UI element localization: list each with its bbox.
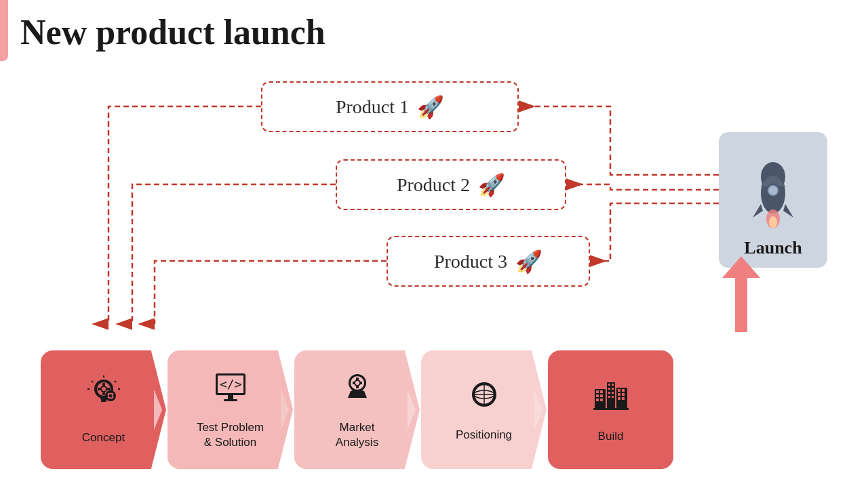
- product3-box: Product 3 🚀: [387, 236, 590, 287]
- svg-rect-18: [98, 388, 100, 390]
- svg-rect-21: [101, 400, 106, 402]
- concept-label: Concept: [75, 430, 132, 445]
- svg-rect-65: [608, 392, 610, 394]
- svg-point-29: [108, 394, 112, 397]
- svg-point-15: [102, 387, 106, 391]
- svg-rect-63: [608, 388, 610, 390]
- svg-point-5: [769, 216, 777, 228]
- product3-label: Product 3: [434, 251, 507, 272]
- test-problem-step: </> Test Problem& Solution: [167, 350, 293, 469]
- svg-rect-72: [618, 393, 620, 396]
- build-step: Build: [548, 350, 673, 469]
- product3-rocket: 🚀: [515, 249, 542, 274]
- test-problem-label: Test Problem& Solution: [190, 420, 271, 450]
- svg-rect-45: [353, 382, 355, 384]
- product2-rocket: 🚀: [478, 172, 505, 198]
- svg-rect-32: [106, 394, 108, 396]
- market-analysis-step: MarketAnalysis: [294, 350, 420, 469]
- svg-text:</>: </>: [220, 377, 242, 391]
- launch-label: Launch: [744, 238, 802, 258]
- positioning-step: Positioning: [421, 350, 547, 469]
- svg-rect-71: [622, 389, 625, 392]
- svg-rect-64: [612, 388, 614, 390]
- svg-rect-16: [102, 383, 105, 386]
- svg-rect-73: [622, 393, 625, 396]
- positioning-label: Positioning: [449, 428, 519, 443]
- svg-rect-37: [228, 395, 233, 399]
- svg-rect-61: [608, 384, 610, 386]
- svg-rect-30: [109, 391, 111, 393]
- product1-label: Product 1: [336, 96, 409, 118]
- svg-rect-55: [600, 390, 603, 393]
- svg-rect-67: [608, 396, 610, 398]
- svg-rect-76: [593, 408, 629, 410]
- svg-rect-44: [356, 386, 359, 388]
- svg-rect-33: [113, 394, 115, 396]
- svg-rect-60: [607, 382, 615, 408]
- market-analysis-label: MarketAnalysis: [329, 420, 385, 450]
- svg-rect-46: [360, 382, 362, 384]
- svg-rect-58: [596, 399, 599, 401]
- market-analysis-icon: [340, 369, 375, 412]
- positioning-icon: [467, 377, 502, 420]
- svg-rect-31: [109, 399, 111, 401]
- product2-label: Product 2: [397, 174, 470, 196]
- test-problem-icon: </>: [213, 369, 248, 412]
- build-label: Build: [591, 429, 631, 444]
- svg-rect-56: [596, 394, 599, 397]
- svg-rect-38: [224, 399, 237, 401]
- svg-rect-17: [102, 392, 105, 395]
- product1-box: Product 1 🚀: [261, 81, 519, 132]
- concept-icon: [86, 374, 121, 422]
- svg-rect-57: [600, 394, 603, 397]
- svg-rect-19: [107, 388, 110, 390]
- concept-step: Concept: [41, 350, 166, 469]
- svg-point-3: [769, 186, 777, 195]
- product1-rocket: 🚀: [417, 94, 444, 120]
- svg-rect-43: [356, 378, 359, 380]
- product2-box: Product 2 🚀: [336, 159, 566, 210]
- svg-rect-74: [618, 397, 620, 400]
- svg-rect-68: [612, 396, 614, 398]
- flow-container: Concept </> Test Problem& Solution: [41, 350, 673, 469]
- page-title: New product launch: [20, 12, 326, 52]
- svg-line-24: [115, 381, 116, 382]
- svg-line-23: [92, 381, 93, 382]
- svg-rect-59: [600, 399, 603, 401]
- svg-rect-54: [596, 390, 599, 393]
- svg-rect-70: [618, 389, 620, 392]
- launch-rocket-icon: [743, 158, 804, 232]
- launch-box: Launch: [719, 132, 827, 268]
- svg-point-42: [355, 381, 359, 385]
- svg-rect-66: [612, 392, 614, 394]
- svg-rect-62: [612, 384, 614, 386]
- build-icon: [592, 375, 630, 421]
- svg-rect-75: [622, 397, 625, 400]
- left-accent: [0, 0, 8, 61]
